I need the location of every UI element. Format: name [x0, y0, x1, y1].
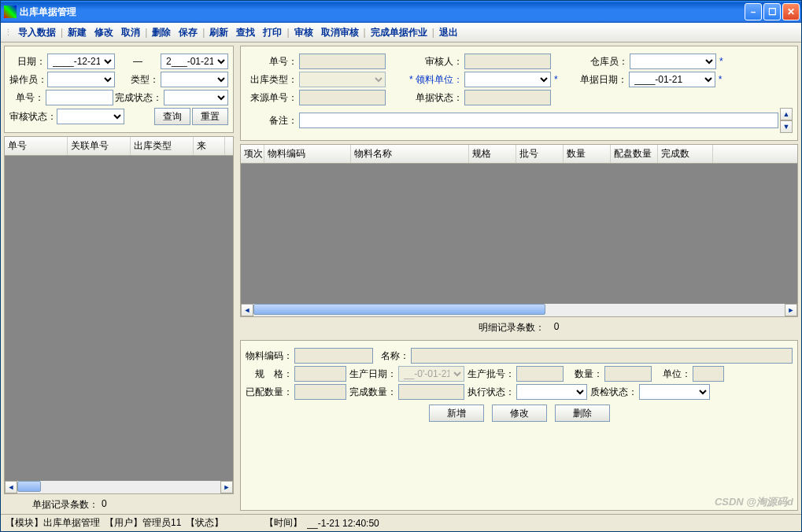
type-select[interactable]: [161, 72, 228, 87]
dept-select[interactable]: [464, 72, 551, 87]
modify-button[interactable]: 修改: [492, 405, 547, 422]
col-项次[interactable]: 项次: [241, 145, 264, 163]
date-to[interactable]: 2___-01-21: [161, 54, 228, 69]
label-operator: 操作员：: [9, 73, 46, 87]
toolbar-item-6[interactable]: 刷新: [205, 24, 232, 41]
minimize-button[interactable]: －: [745, 3, 762, 20]
remark-input[interactable]: [299, 113, 778, 128]
col-关联单号[interactable]: 关联单号: [68, 137, 131, 155]
date-from[interactable]: ____-12-21: [47, 54, 115, 69]
name-input: [411, 348, 793, 364]
col-数量[interactable]: 数量: [564, 145, 611, 163]
status-user: 【用户】管理员11: [105, 516, 181, 530]
audit-select[interactable]: [57, 109, 124, 124]
toolbar-item-12[interactable]: 退出: [435, 24, 462, 41]
toolbar-item-3[interactable]: 取消: [117, 24, 144, 41]
label-qc: 质检状态：: [589, 386, 638, 399]
toolbar: ⋮ 导入数据|新建修改取消|删除保存|刷新查找打印|审核取消审核|完成单据作业|…: [1, 23, 801, 42]
toolbar-item-1[interactable]: 新建: [64, 24, 91, 41]
status-state: 【状态】: [186, 516, 224, 530]
detail-grid[interactable]: 项次物料编码物料名称规格批号数量配盘数量完成数 ◄ ►: [240, 144, 798, 317]
keeper-select[interactable]: [630, 54, 716, 69]
srcno-input: [299, 90, 386, 105]
label-billdate: 单据日期：: [560, 73, 627, 87]
label-keeper: 仓库员：: [553, 55, 628, 68]
toolbar-item-5[interactable]: 保存: [175, 24, 201, 41]
label-spec: 规 格：: [246, 368, 293, 381]
status-module: 【模块】出库单据管理: [6, 516, 100, 530]
toolbar-item-10[interactable]: 取消审核: [317, 24, 363, 41]
close-button[interactable]: ✕: [782, 3, 800, 20]
header-panel: 单号： 审核人： 仓库员： * 出库类型： * 领料单位： * 单据日期： __…: [240, 46, 798, 141]
col-规格[interactable]: 规格: [469, 145, 516, 163]
statusbar: 【模块】出库单据管理 【用户】管理员11 【状态】 【时间】 __-1-21 1…: [1, 514, 801, 531]
toolbar-item-11[interactable]: 完成单据作业: [367, 24, 431, 41]
state-input: [464, 90, 551, 105]
col-批号[interactable]: 批号: [516, 145, 564, 163]
label-outtype: 出库类型：: [246, 73, 298, 87]
qc-select[interactable]: [639, 384, 710, 400]
label-matno: 物料编码：: [246, 349, 293, 363]
scroll-left-icon[interactable]: ◄: [241, 304, 253, 316]
operator-select[interactable]: [47, 72, 115, 87]
delete-button[interactable]: 删除: [555, 405, 610, 422]
col-物料编码[interactable]: 物料编码: [264, 145, 351, 163]
toolbar-item-2[interactable]: 修改: [91, 24, 117, 41]
lot-input: [516, 366, 564, 382]
toolbar-item-0[interactable]: 导入数据: [14, 24, 60, 41]
label-doneqty: 完成数量：: [348, 386, 397, 399]
col-物料名称[interactable]: 物料名称: [351, 145, 469, 163]
scroll-right-icon[interactable]: ►: [220, 481, 233, 493]
app-icon: [4, 6, 17, 18]
label-remark: 备注：: [246, 114, 298, 127]
label-name: 名称：: [375, 349, 409, 363]
label-type: 类型：: [116, 73, 159, 87]
req-mark: *: [719, 56, 723, 67]
scroll-right-icon[interactable]: ►: [785, 304, 797, 316]
bill-count: 单据记录条数：0: [1, 496, 237, 514]
matno-input: [294, 348, 373, 364]
scroll-left-icon[interactable]: ◄: [5, 481, 17, 493]
hbillno-input: [299, 54, 386, 69]
label-state: 单据状态：: [387, 91, 463, 105]
toolbar-grip: ⋮: [4, 28, 13, 38]
finish-select[interactable]: [164, 90, 228, 105]
col-配盘数量[interactable]: 配盘数量: [611, 145, 658, 163]
toolbar-item-4[interactable]: 删除: [148, 24, 175, 41]
bill-grid[interactable]: 单号关联单号出库类型来 ◄ ►: [4, 136, 234, 494]
billno-input[interactable]: [46, 90, 113, 105]
label-exec: 执行状态：: [466, 386, 515, 399]
add-button[interactable]: 新增: [429, 405, 484, 422]
toolbar-item-8[interactable]: 打印: [259, 24, 286, 41]
remark-scroll-down[interactable]: ▼: [780, 120, 793, 133]
label-lot: 生产批号：: [466, 368, 515, 381]
col-完成数[interactable]: 完成数: [658, 145, 713, 163]
col-单号[interactable]: 单号: [5, 137, 68, 155]
outtype-select[interactable]: [299, 72, 386, 87]
status-time: __-1-21 12:40:50: [307, 518, 379, 529]
uom-input: [693, 366, 724, 382]
exec-select[interactable]: [516, 384, 587, 400]
toolbar-item-9[interactable]: 审核: [290, 24, 317, 41]
reset-button[interactable]: 重置: [192, 108, 228, 125]
qty-input: [604, 366, 652, 382]
status-time-label: 【时间】: [264, 516, 302, 530]
query-button[interactable]: 查询: [154, 108, 190, 125]
detail-count: 明细记录条数： 0: [237, 319, 801, 337]
edit-panel: 物料编码： 名称： 规 格： 生产日期： __-0'-01-21 生产批号： 数…: [240, 340, 798, 511]
maximize-button[interactable]: ☐: [763, 3, 781, 20]
toolbar-item-7[interactable]: 查找: [232, 24, 259, 41]
titlebar: 出库单据管理 － ☐ ✕: [1, 1, 801, 23]
label-assigned: 已配数量：: [246, 386, 293, 399]
doneqty-input: [398, 384, 464, 400]
remark-scroll-up[interactable]: ▲: [780, 108, 793, 120]
window-title: 出库单据管理: [20, 6, 745, 19]
auditor-input: [464, 54, 551, 69]
label-proddate: 生产日期：: [348, 368, 397, 381]
col-来[interactable]: 来: [194, 137, 225, 155]
label-qty: 数量：: [565, 368, 603, 381]
col-出库类型[interactable]: 出库类型: [131, 137, 194, 155]
label-finish: 完成状态：: [115, 91, 162, 105]
label-billno: 单号：: [9, 91, 44, 105]
billdate-select[interactable]: ____-01-21: [629, 72, 715, 87]
